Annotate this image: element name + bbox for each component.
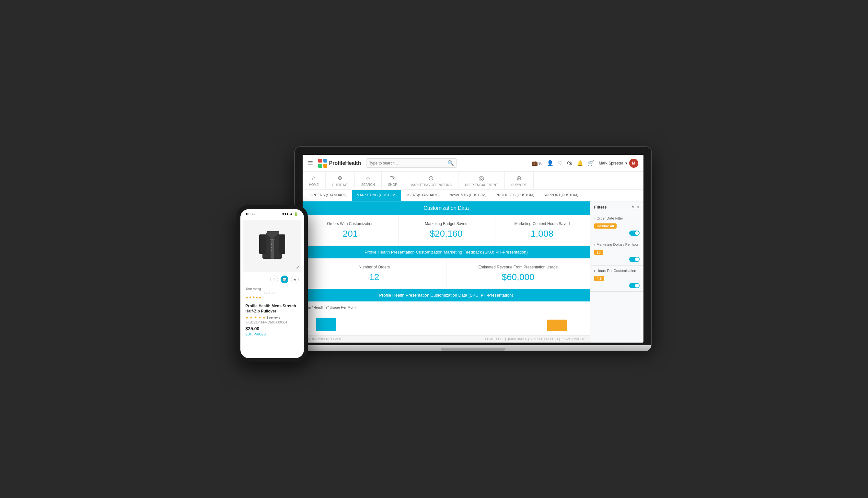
app-header: ☰ ProfileHealth 🔍 <box>302 155 644 172</box>
stat-orders: Orders With Customization 201 <box>302 215 399 246</box>
filter-order-date-toggle[interactable] <box>594 231 639 236</box>
chart-area: ain "Headline" Usage Per Month 3 <box>302 301 590 335</box>
sub-stat-orders-label: Number of Orders <box>308 265 441 270</box>
filter-marketing-dollars-title[interactable]: › Marketing Dollars Per hour <box>594 243 639 246</box>
svg-rect-2 <box>271 239 274 259</box>
phone-product-stars: ★ ★ ★ ★ ★ 1 reviews <box>241 315 304 320</box>
nav-shop[interactable]: 🛍 SHOP <box>382 172 404 189</box>
svg-rect-7 <box>259 234 266 254</box>
sub-stat-orders: Number of Orders 12 <box>302 258 446 289</box>
phone-chat-btn[interactable]: 💬 <box>281 276 288 283</box>
stat-budget-label: Marketing Budget Saved <box>404 222 489 226</box>
phone-screen: 10:38 ●●● ▲ 🔋 ⤢ <box>241 209 304 358</box>
wallet-icon[interactable]: 💼 $0 <box>531 160 542 166</box>
tabs-bar: ORDERS (STANDARD) MARKETING (CUSTOM) USE… <box>302 190 644 201</box>
user-engagement-icon: ◎ <box>479 174 484 182</box>
tab-payments-custom[interactable]: PAYMENTS (CUSTOM) <box>444 190 491 201</box>
filters-header: Filters ↻ ≡ <box>590 201 644 213</box>
user-avatar: M <box>629 159 638 168</box>
filter-order-date: › Order Date Filter Include all <box>590 213 644 239</box>
nav-support[interactable]: ⊕ SUPPORT <box>505 172 534 189</box>
sub-stats-row-1: Number of Orders 12 Estimated Revenue Fr… <box>302 258 590 289</box>
section-header: Customization Data <box>302 201 590 215</box>
jacket-image <box>258 228 287 264</box>
filter-marketing-dollars-badge[interactable]: 20 <box>594 250 603 255</box>
search-nav-icon: ⌕ <box>366 174 370 182</box>
rating-label: Your rating <box>246 287 299 291</box>
hamburger-icon[interactable]: ☰ <box>308 160 313 167</box>
bag-icon[interactable]: 🛍 <box>567 160 572 166</box>
nav-marketing-ops[interactable]: ⊙ MARKETING OPERATIONS <box>404 172 458 189</box>
chevron-down-icon[interactable]: ▾ <box>625 161 627 166</box>
search-bar[interactable]: 🔍 <box>366 158 457 168</box>
toggle-marketing-dollars[interactable] <box>629 257 639 262</box>
phone-signal: ●●● ▲ 🔋 <box>282 212 299 216</box>
stat-budget: Marketing Budget Saved $20,160 <box>399 215 494 246</box>
header-icons: 💼 $0 👤 ♡ 🛍 🔔 🛒 Mark Sprester ▾ M <box>531 159 638 168</box>
bell-icon[interactable]: 🔔 <box>577 160 583 166</box>
nav-support-label: SUPPORT <box>511 183 527 187</box>
search-icon: 🔍 <box>448 160 454 166</box>
sub-stat-revenue-label: Estimated Revenue From Presentation Usag… <box>452 265 585 270</box>
filter-menu-icon[interactable]: ≡ <box>637 205 639 210</box>
stat-budget-value: $20,160 <box>404 228 489 239</box>
footer-copyright: © 2023 PROFILE HEALTH <box>308 337 343 341</box>
tab-products-custom[interactable]: PRODUCTS (CUSTOM) <box>491 190 539 201</box>
tab-orders-standard[interactable]: ORDERS (STANDARD) <box>305 190 352 201</box>
toggle-hours-customization[interactable] <box>629 283 639 288</box>
phone-status-bar: 10:38 ●●● ▲ 🔋 <box>241 209 304 217</box>
sub-stat-revenue: Estimated Revenue From Presentation Usag… <box>446 258 590 289</box>
bar-cyan <box>316 318 336 331</box>
user-icon[interactable]: 👤 <box>547 160 553 166</box>
phone-product-image: ⤢ <box>243 220 301 272</box>
cart-icon[interactable]: 🛒 <box>588 160 594 166</box>
laptop-bezel: ☰ ProfileHealth 🔍 <box>295 147 651 345</box>
heart-icon[interactable]: ♡ <box>558 160 562 166</box>
nav-guide-me[interactable]: ❖ GUIDE ME <box>326 172 355 189</box>
phone-edit-prices[interactable]: EDIT PRICES <box>241 332 304 336</box>
nav-home[interactable]: ⌂ HOME <box>302 172 326 189</box>
scene: 10:38 ●●● ▲ 🔋 ⤢ <box>256 147 612 351</box>
tab-users-standard[interactable]: USERS(STANDARD) <box>401 190 444 201</box>
svg-rect-11 <box>318 164 322 168</box>
tab-support-custom[interactable]: SUPPORT(CUSTOM) <box>539 190 583 201</box>
nav-user-engagement[interactable]: ◎ USER ENGAGEMENT <box>458 172 505 189</box>
filter-hours-customization-label: Hours Per Customization <box>596 269 636 273</box>
empty-stars: ☆ ☆ ☆ ☆ ☆ ☆☆☆☆☆ <box>246 291 299 295</box>
refresh-icon[interactable]: ↻ <box>631 205 634 210</box>
user-name: Mark Sprester <box>599 161 623 166</box>
stats-row: Orders With Customization 201 Marketing … <box>302 215 590 246</box>
dollar-amount: $0 <box>539 161 542 165</box>
filter-order-date-badge[interactable]: Include all <box>594 223 617 228</box>
svg-point-5 <box>271 247 272 248</box>
filter-order-date-title[interactable]: › Order Date Filter <box>594 216 639 220</box>
filter-hours-customization-toggle[interactable] <box>594 283 639 288</box>
review-count: 1 reviews <box>267 316 280 319</box>
toggle-order-date[interactable] <box>629 231 639 236</box>
main-nav: ⌂ HOME ❖ GUIDE ME ⌕ SEARCH 🛍 SHOP <box>302 172 644 190</box>
svg-rect-10 <box>323 159 327 162</box>
app-footer: © 2023 PROFILE HEALTH HOME | SHOP | QUIC… <box>302 335 590 343</box>
stat-hours-value: 1,008 <box>500 228 585 239</box>
filter-hours-customization: › Hours Per Customization 4.5 <box>590 265 644 292</box>
guide-icon: ❖ <box>337 174 343 182</box>
svg-rect-9 <box>318 159 322 162</box>
nav-marketing-ops-label: MARKETING OPERATIONS <box>411 183 452 187</box>
bar-orange <box>547 319 567 331</box>
svg-rect-3 <box>270 239 274 240</box>
svg-point-6 <box>271 250 272 251</box>
nav-shop-label: SHOP <box>388 183 397 186</box>
tab-marketing-custom[interactable]: MARKETING (CUSTOM) <box>352 190 401 201</box>
expand-icon[interactable]: ⤢ <box>296 265 299 270</box>
sub-section-2-header: Profile Health Presentation Customizatio… <box>302 289 590 301</box>
filter-hours-customization-badge[interactable]: 4.5 <box>594 276 604 281</box>
svg-point-4 <box>271 244 272 245</box>
filter-marketing-dollars-toggle[interactable] <box>594 257 639 262</box>
phone-heart-btn[interactable]: ♡ <box>270 276 278 283</box>
stat-orders-label: Orders With Customization <box>308 222 393 226</box>
nav-search[interactable]: ⌕ SEARCH <box>355 172 382 189</box>
filter-hours-customization-title[interactable]: › Hours Per Customization <box>594 269 639 273</box>
search-input[interactable] <box>369 161 445 166</box>
phone-star-btn[interactable]: ★ <box>291 276 299 283</box>
chevron-right-icon-3: › <box>594 269 596 273</box>
